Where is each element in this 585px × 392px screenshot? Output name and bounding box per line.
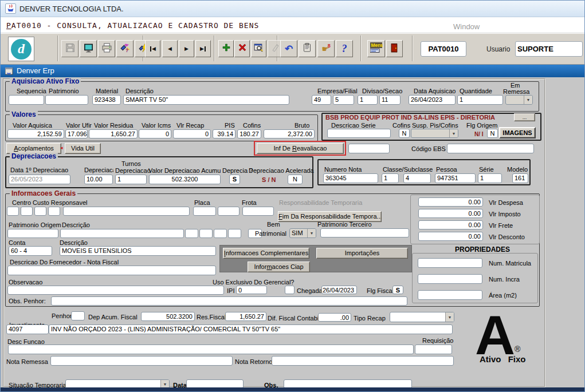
investimento-code-field[interactable]: 4097 <box>6 324 49 334</box>
origem-seg3-field[interactable] <box>214 229 227 238</box>
desc-funcao-field[interactable] <box>8 345 414 354</box>
first-record-button[interactable]: ◀ <box>145 40 160 57</box>
usuario-field[interactable]: SUPORTE <box>515 41 583 57</box>
screen-button[interactable] <box>80 40 97 57</box>
placa-field[interactable] <box>193 207 216 216</box>
informacoes-complementares-button[interactable]: Informacoes Complementares <box>223 248 309 259</box>
undo-button[interactable]: ↶ <box>280 40 297 57</box>
nota-retorno-field[interactable] <box>272 356 454 366</box>
insert-record-button[interactable] <box>218 40 234 57</box>
material-field[interactable]: 923438 <box>92 95 121 105</box>
susp-pis-cofins-dropdown[interactable]: ▼ <box>411 129 458 138</box>
origem-seg2-field[interactable] <box>199 229 213 238</box>
descricao-serie-field[interactable] <box>327 129 391 138</box>
conta-field[interactable]: 60 - 4 <box>9 246 52 256</box>
data-1a-depreciacao-field[interactable]: 26/05/2023 <box>9 175 70 184</box>
last-record-button[interactable]: ▶ <box>195 40 211 57</box>
imagens-button[interactable]: IMAGENS <box>499 127 536 138</box>
codigo-ebs-field[interactable] <box>447 144 534 153</box>
valor-ufir-field[interactable]: 17.0968 <box>65 129 88 138</box>
browse-dots-button[interactable]: ... <box>514 113 535 121</box>
reavaliacao-extra-field[interactable] <box>348 144 390 153</box>
frota-field[interactable] <box>242 207 274 216</box>
divisao-field[interactable]: 1 <box>358 95 378 105</box>
flg-origem-field[interactable]: N <box>487 129 498 138</box>
program-code-field[interactable]: PAT0010 <box>421 41 466 57</box>
num-incra-field[interactable] <box>418 274 482 284</box>
fornecedor-field[interactable] <box>7 266 216 275</box>
requisicao-field[interactable] <box>415 345 452 354</box>
valor-aquisicao-field[interactable]: 2,152.59 <box>7 129 64 138</box>
origem-descricao-field[interactable] <box>60 229 184 238</box>
chegada-field[interactable]: 26/04/2023 <box>321 286 357 294</box>
uso-gerencial-checkbox[interactable] <box>285 286 295 294</box>
valor-depreciacao-acumulado-field[interactable]: 502.3200 <box>149 175 221 184</box>
next-record-button[interactable]: ▶ <box>179 40 194 57</box>
observacao-field[interactable] <box>7 286 224 295</box>
centro-custo-seg1-field[interactable] <box>7 207 19 216</box>
obs-penhor-field[interactable] <box>51 296 407 306</box>
find-record-button[interactable] <box>251 40 266 57</box>
vlr-desconto-field[interactable]: 0.00 <box>418 232 483 241</box>
print-button[interactable] <box>98 40 115 57</box>
quantidade-field[interactable]: 1 <box>457 95 503 105</box>
placa-extra-field[interactable] <box>218 207 240 216</box>
centro-custo-seg4-field[interactable] <box>48 207 60 216</box>
query-enter-button[interactable]: ? <box>116 40 134 57</box>
investimento-descricao-field[interactable]: INV NÃO ORÇADO 2023 - (LINS) ADMINISTRAÇ… <box>49 324 453 334</box>
vida-util-button[interactable]: Vida Util <box>65 143 101 154</box>
cofins-field[interactable]: 180.27 <box>237 129 261 138</box>
pessoa-field[interactable]: 947351 <box>435 173 476 183</box>
vlr-frete-field[interactable]: 0.00 <box>418 220 483 229</box>
menu-item-window[interactable]: Window <box>453 22 480 31</box>
delete-record-button[interactable] <box>234 40 250 57</box>
inf-reavaliacao-button[interactable]: Inf De Reavaliacao <box>257 143 344 154</box>
turnos-depreciacao-field[interactable]: 1 <box>115 175 147 184</box>
deprecia-field[interactable]: S <box>229 175 240 184</box>
numero-nota-field[interactable]: 363045 <box>323 173 378 183</box>
informacoes-ciap-button[interactable]: Informacoes Ciap <box>248 262 310 272</box>
modelo-field[interactable]: 161 <box>512 173 528 183</box>
res-fiscal-field[interactable]: 1,650.27 <box>225 312 266 321</box>
vlr-despesa-field[interactable]: 0.00 <box>418 197 483 207</box>
save-button[interactable] <box>61 40 78 57</box>
subclasse-field[interactable]: 4 <box>403 173 431 183</box>
responsavel-field[interactable] <box>63 207 190 216</box>
help-button[interactable]: ? <box>336 40 353 57</box>
pis-field[interactable]: 39.14 <box>213 129 235 138</box>
valor-residual-field[interactable]: 1,650.27 <box>89 129 138 138</box>
filial-field[interactable]: 5 <box>333 95 354 105</box>
secao-field[interactable]: 11 <box>379 95 401 105</box>
depreciacao-acelerada-field[interactable]: N <box>288 175 303 184</box>
patrimonio-terceiro-field[interactable] <box>320 228 409 237</box>
origem-seg4-field[interactable] <box>228 229 241 238</box>
depreciacao-perc-field[interactable]: 10.00 <box>84 175 113 184</box>
dep-acum-fiscal-field[interactable]: 502.3200 <box>141 312 195 321</box>
patrimonio-field[interactable] <box>45 95 88 105</box>
centro-custo-seg3-field[interactable] <box>34 207 46 216</box>
valor-icms-field[interactable]: 0 <box>139 129 171 138</box>
flg-fiscal-field[interactable]: S <box>392 286 403 294</box>
bem-patrimonial-dropdown[interactable]: SIM▼ <box>289 228 316 238</box>
serie-cofins-field[interactable]: N <box>399 129 410 138</box>
area-m2-field[interactable] <box>418 290 482 300</box>
ipi-field[interactable]: 0 <box>236 286 267 294</box>
patrimonio-origem-field[interactable] <box>7 229 58 238</box>
nota-remessa-field[interactable] <box>50 356 233 366</box>
em-remessa-dropdown[interactable]: ▼ <box>505 95 533 105</box>
vlr-recap-field[interactable]: 0 <box>173 129 211 138</box>
classe-field[interactable]: 1 <box>382 173 399 183</box>
descricao-field[interactable]: SMART TV 50" <box>123 95 289 105</box>
importacoes-button[interactable]: Importações <box>316 248 408 259</box>
num-matricula-field[interactable] <box>418 258 482 268</box>
sequencia-field[interactable] <box>9 95 44 105</box>
clipboard-button[interactable] <box>299 40 316 57</box>
data-aquisicao-field[interactable]: 26/04/2023 <box>409 95 456 105</box>
penhor-field[interactable] <box>71 311 85 320</box>
menu-item-pat0010[interactable]: PAT0010 - CONSULTA, ATUALIZACAO E CADAST… <box>6 21 259 30</box>
shortcut-keys-button[interactable]: ☛8 <box>317 40 335 57</box>
previous-record-button[interactable]: ◀ <box>162 40 178 57</box>
dif-fiscal-contabil-field[interactable]: .00 <box>318 313 351 322</box>
empresa-field[interactable]: 49 <box>312 95 331 105</box>
serie-nota-field[interactable]: 1 <box>478 173 502 183</box>
